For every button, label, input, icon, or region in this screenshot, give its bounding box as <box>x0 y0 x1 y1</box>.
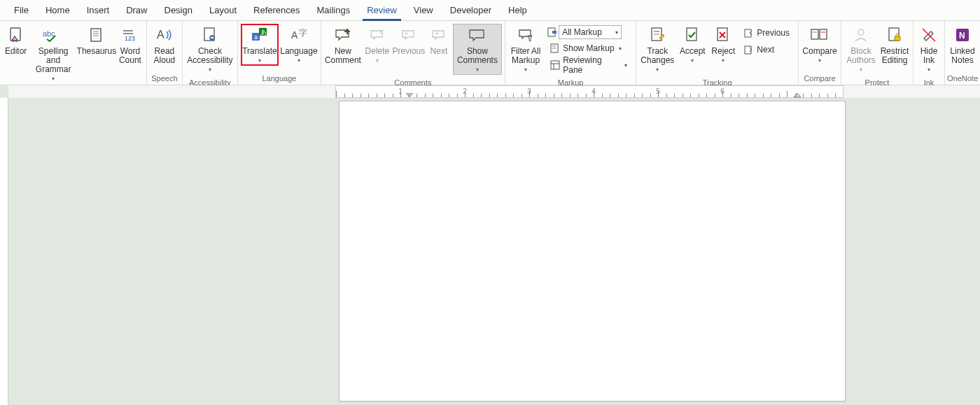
tab-review[interactable]: Review <box>358 0 405 21</box>
spelling-label: Spelling and Grammar <box>32 47 74 74</box>
svg-rect-41 <box>820 29 827 39</box>
chevron-down-icon: ▾ <box>656 66 659 73</box>
tab-design[interactable]: Design <box>156 0 201 21</box>
linked-notes-label: Linked Notes <box>950 47 975 65</box>
translate-icon: aあ <box>251 26 268 44</box>
hide-ink-button[interactable]: Hide Ink ▾ <box>916 24 941 75</box>
tab-file[interactable]: File <box>6 0 37 21</box>
read-aloud-label: Read Aloud <box>152 47 177 65</box>
group-accessibility: Check Accessibility ▾ Accessibility <box>183 21 238 85</box>
delete-comment-button: Delete ▾ <box>363 24 391 66</box>
restrict-editing-button[interactable]: Restrict Editing <box>879 24 910 67</box>
first-line-indent-marker[interactable] <box>406 93 413 99</box>
svg-text:123: 123 <box>125 35 135 42</box>
show-comments-icon <box>468 26 486 44</box>
tab-layout[interactable]: Layout <box>201 0 245 21</box>
new-comment-button[interactable]: New Comment <box>324 24 362 67</box>
chevron-down-icon: ▾ <box>624 62 627 69</box>
read-aloud-button[interactable]: A Read Aloud <box>150 24 179 67</box>
next-comment-icon <box>431 26 447 44</box>
delete-comment-icon <box>370 26 385 44</box>
tab-developer[interactable]: Developer <box>442 0 500 21</box>
new-comment-icon <box>335 26 351 44</box>
chevron-down-icon: ▾ <box>524 66 527 73</box>
previous-comment-icon <box>401 26 416 44</box>
tab-help[interactable]: Help <box>500 0 536 21</box>
editor-button[interactable]: Editor <box>3 24 29 58</box>
next-change-icon <box>744 45 754 55</box>
tab-view[interactable]: View <box>405 0 442 21</box>
next-change-button[interactable]: Next <box>741 42 792 57</box>
markup-view-value: All Markup <box>562 27 602 37</box>
check-accessibility-button[interactable]: Check Accessibility ▾ <box>186 24 234 75</box>
svg-rect-40 <box>811 29 818 39</box>
filter-markup-icon <box>518 26 533 44</box>
compare-button[interactable]: Compare ▾ <box>802 24 838 66</box>
svg-text:A: A <box>291 29 298 41</box>
thesaurus-button[interactable]: Thesaurus <box>78 24 115 58</box>
group-tracking: Track Changes ▾ Accept ▾ Reject ▾ <box>636 21 799 85</box>
show-markup-button[interactable]: Show Markup ▾ <box>547 41 630 56</box>
svg-rect-28 <box>551 61 559 69</box>
compare-icon <box>811 26 829 44</box>
document-page[interactable] <box>339 101 846 402</box>
tab-mailings[interactable]: Mailings <box>309 0 359 21</box>
svg-text:a: a <box>254 34 258 41</box>
markup-view-combo[interactable]: All Markup ▾ <box>559 25 622 39</box>
chevron-down-icon: ▾ <box>258 57 261 64</box>
track-changes-button[interactable]: Track Changes ▾ <box>639 24 676 75</box>
chevron-down-icon: ▾ <box>52 76 55 82</box>
accessibility-icon <box>202 26 218 44</box>
linked-notes-button[interactable]: N Linked Notes <box>948 24 977 67</box>
group-speech: A Read Aloud Speech <box>147 21 183 85</box>
restrict-editing-icon <box>888 26 902 44</box>
next-comment-label: Next <box>430 47 448 56</box>
group-label-speech: Speech <box>147 72 182 85</box>
spelling-icon: abc <box>43 26 64 44</box>
editor-label: Editor <box>5 47 27 56</box>
translate-button[interactable]: aあ Translate ▾ <box>241 24 279 66</box>
svg-text:N: N <box>959 31 965 41</box>
spelling-grammar-button[interactable]: abc Spelling and Grammar ▾ <box>30 24 76 84</box>
chevron-down-icon: ▾ <box>691 57 694 64</box>
svg-rect-24 <box>552 31 556 34</box>
vertical-ruler[interactable] <box>0 98 8 405</box>
svg-text:あ: あ <box>260 29 267 36</box>
show-comments-label: Show Comments <box>455 47 500 65</box>
accept-button[interactable]: Accept ▾ <box>677 24 708 66</box>
menu-tabs: File Home Insert Draw Design Layout Refe… <box>0 0 980 21</box>
language-button[interactable]: A字 Language ▾ <box>280 24 318 66</box>
previous-change-button[interactable]: Previous <box>741 25 792 41</box>
previous-comment-label: Previous <box>393 47 426 56</box>
editor-icon <box>8 26 24 44</box>
svg-text:A: A <box>157 29 164 41</box>
hide-ink-label: Hide Ink <box>918 47 939 65</box>
accept-icon <box>685 26 699 44</box>
chevron-down-icon: ▾ <box>476 66 479 73</box>
reject-label: Reject <box>711 47 735 56</box>
thesaurus-icon <box>89 26 104 44</box>
next-comment-button: Next <box>426 24 451 58</box>
reject-button[interactable]: Reject ▾ <box>709 24 737 66</box>
chevron-down-icon: ▾ <box>722 57 724 64</box>
tab-references[interactable]: References <box>245 0 308 21</box>
track-changes-icon <box>650 26 665 44</box>
svg-text:abc: abc <box>43 29 55 38</box>
language-label: Language <box>280 47 317 56</box>
block-authors-label: Block Authors <box>846 47 876 65</box>
svg-point-44 <box>858 29 864 35</box>
next-change-label: Next <box>757 45 774 55</box>
word-count-button[interactable]: 123 Word Count <box>117 24 144 67</box>
tab-draw[interactable]: Draw <box>118 0 155 21</box>
horizontal-ruler[interactable]: 123456 <box>8 85 980 98</box>
previous-comment-button: Previous <box>393 24 425 58</box>
tab-home[interactable]: Home <box>37 0 78 21</box>
show-comments-button[interactable]: Show Comments ▾ <box>453 24 502 75</box>
reviewing-pane-icon <box>550 60 560 70</box>
reviewing-pane-button[interactable]: Reviewing Pane ▾ <box>547 57 630 73</box>
group-label-onenote: OneNote <box>945 72 980 85</box>
tab-insert[interactable]: Insert <box>78 0 118 21</box>
filter-markup-button[interactable]: Filter All Markup ▾ <box>508 24 543 75</box>
block-authors-icon <box>853 26 869 44</box>
chevron-down-icon: ▾ <box>860 66 862 73</box>
